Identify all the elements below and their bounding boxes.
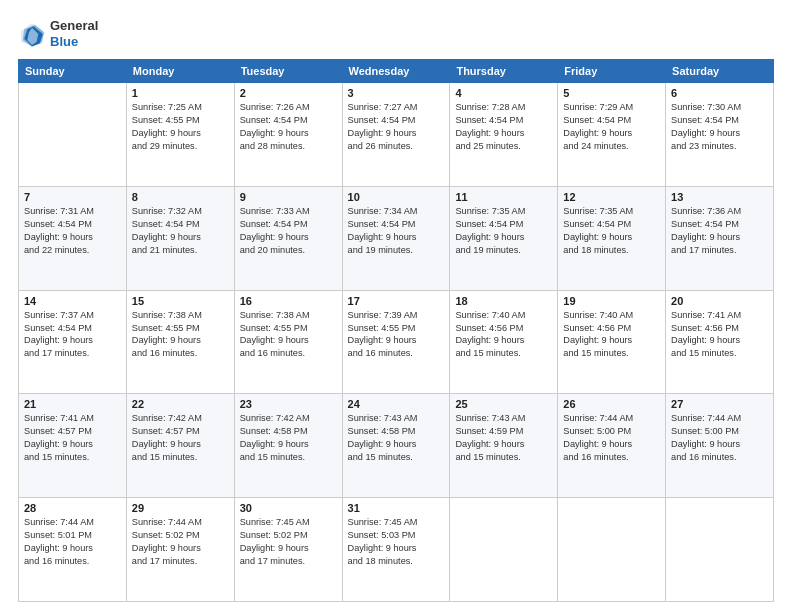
calendar-cell [666, 498, 774, 602]
day-info: Sunrise: 7:31 AMSunset: 4:54 PMDaylight:… [24, 205, 121, 257]
calendar-cell: 4Sunrise: 7:28 AMSunset: 4:54 PMDaylight… [450, 83, 558, 187]
day-number: 11 [455, 191, 552, 203]
calendar-cell: 20Sunrise: 7:41 AMSunset: 4:56 PMDayligh… [666, 290, 774, 394]
calendar-table: SundayMondayTuesdayWednesdayThursdayFrid… [18, 59, 774, 602]
calendar-cell: 15Sunrise: 7:38 AMSunset: 4:55 PMDayligh… [126, 290, 234, 394]
day-number: 1 [132, 87, 229, 99]
day-info: Sunrise: 7:45 AMSunset: 5:03 PMDaylight:… [348, 516, 445, 568]
day-info: Sunrise: 7:29 AMSunset: 4:54 PMDaylight:… [563, 101, 660, 153]
calendar-cell: 18Sunrise: 7:40 AMSunset: 4:56 PMDayligh… [450, 290, 558, 394]
logo-blue: Blue [50, 34, 98, 50]
calendar-cell: 3Sunrise: 7:27 AMSunset: 4:54 PMDaylight… [342, 83, 450, 187]
calendar-cell: 27Sunrise: 7:44 AMSunset: 5:00 PMDayligh… [666, 394, 774, 498]
day-info: Sunrise: 7:44 AMSunset: 5:01 PMDaylight:… [24, 516, 121, 568]
day-number: 16 [240, 295, 337, 307]
day-info: Sunrise: 7:42 AMSunset: 4:57 PMDaylight:… [132, 412, 229, 464]
col-header-friday: Friday [558, 60, 666, 83]
day-info: Sunrise: 7:40 AMSunset: 4:56 PMDaylight:… [563, 309, 660, 361]
calendar-cell: 25Sunrise: 7:43 AMSunset: 4:59 PMDayligh… [450, 394, 558, 498]
calendar-week-row: 7Sunrise: 7:31 AMSunset: 4:54 PMDaylight… [19, 186, 774, 290]
calendar-cell: 11Sunrise: 7:35 AMSunset: 4:54 PMDayligh… [450, 186, 558, 290]
calendar-cell [450, 498, 558, 602]
calendar-cell: 10Sunrise: 7:34 AMSunset: 4:54 PMDayligh… [342, 186, 450, 290]
calendar-cell: 23Sunrise: 7:42 AMSunset: 4:58 PMDayligh… [234, 394, 342, 498]
col-header-thursday: Thursday [450, 60, 558, 83]
day-info: Sunrise: 7:38 AMSunset: 4:55 PMDaylight:… [132, 309, 229, 361]
day-info: Sunrise: 7:42 AMSunset: 4:58 PMDaylight:… [240, 412, 337, 464]
calendar-cell: 26Sunrise: 7:44 AMSunset: 5:00 PMDayligh… [558, 394, 666, 498]
day-number: 6 [671, 87, 768, 99]
logo: General Blue [18, 18, 98, 49]
day-number: 17 [348, 295, 445, 307]
day-info: Sunrise: 7:44 AMSunset: 5:00 PMDaylight:… [563, 412, 660, 464]
day-number: 30 [240, 502, 337, 514]
day-number: 5 [563, 87, 660, 99]
calendar-cell: 30Sunrise: 7:45 AMSunset: 5:02 PMDayligh… [234, 498, 342, 602]
day-info: Sunrise: 7:27 AMSunset: 4:54 PMDaylight:… [348, 101, 445, 153]
day-info: Sunrise: 7:43 AMSunset: 4:58 PMDaylight:… [348, 412, 445, 464]
day-info: Sunrise: 7:33 AMSunset: 4:54 PMDaylight:… [240, 205, 337, 257]
calendar-cell: 28Sunrise: 7:44 AMSunset: 5:01 PMDayligh… [19, 498, 127, 602]
day-number: 8 [132, 191, 229, 203]
col-header-wednesday: Wednesday [342, 60, 450, 83]
calendar-cell: 17Sunrise: 7:39 AMSunset: 4:55 PMDayligh… [342, 290, 450, 394]
calendar-week-row: 1Sunrise: 7:25 AMSunset: 4:55 PMDaylight… [19, 83, 774, 187]
day-info: Sunrise: 7:25 AMSunset: 4:55 PMDaylight:… [132, 101, 229, 153]
logo-general: General [50, 18, 98, 34]
day-number: 27 [671, 398, 768, 410]
day-number: 18 [455, 295, 552, 307]
day-number: 10 [348, 191, 445, 203]
calendar-cell: 31Sunrise: 7:45 AMSunset: 5:03 PMDayligh… [342, 498, 450, 602]
day-info: Sunrise: 7:28 AMSunset: 4:54 PMDaylight:… [455, 101, 552, 153]
calendar-week-row: 14Sunrise: 7:37 AMSunset: 4:54 PMDayligh… [19, 290, 774, 394]
day-number: 19 [563, 295, 660, 307]
calendar-cell: 6Sunrise: 7:30 AMSunset: 4:54 PMDaylight… [666, 83, 774, 187]
day-info: Sunrise: 7:39 AMSunset: 4:55 PMDaylight:… [348, 309, 445, 361]
logo-icon [18, 20, 46, 48]
day-number: 26 [563, 398, 660, 410]
day-info: Sunrise: 7:45 AMSunset: 5:02 PMDaylight:… [240, 516, 337, 568]
col-header-sunday: Sunday [19, 60, 127, 83]
day-info: Sunrise: 7:43 AMSunset: 4:59 PMDaylight:… [455, 412, 552, 464]
calendar-page: General Blue SundayMondayTuesdayWednesda… [0, 0, 792, 612]
day-info: Sunrise: 7:38 AMSunset: 4:55 PMDaylight:… [240, 309, 337, 361]
day-number: 24 [348, 398, 445, 410]
day-number: 9 [240, 191, 337, 203]
calendar-cell: 12Sunrise: 7:35 AMSunset: 4:54 PMDayligh… [558, 186, 666, 290]
day-number: 15 [132, 295, 229, 307]
day-number: 2 [240, 87, 337, 99]
day-info: Sunrise: 7:37 AMSunset: 4:54 PMDaylight:… [24, 309, 121, 361]
calendar-week-row: 21Sunrise: 7:41 AMSunset: 4:57 PMDayligh… [19, 394, 774, 498]
day-number: 12 [563, 191, 660, 203]
day-info: Sunrise: 7:44 AMSunset: 5:00 PMDaylight:… [671, 412, 768, 464]
day-info: Sunrise: 7:41 AMSunset: 4:56 PMDaylight:… [671, 309, 768, 361]
calendar-header-row: SundayMondayTuesdayWednesdayThursdayFrid… [19, 60, 774, 83]
day-number: 14 [24, 295, 121, 307]
calendar-week-row: 28Sunrise: 7:44 AMSunset: 5:01 PMDayligh… [19, 498, 774, 602]
page-header: General Blue [18, 18, 774, 49]
calendar-cell: 19Sunrise: 7:40 AMSunset: 4:56 PMDayligh… [558, 290, 666, 394]
calendar-cell: 13Sunrise: 7:36 AMSunset: 4:54 PMDayligh… [666, 186, 774, 290]
day-number: 25 [455, 398, 552, 410]
day-number: 3 [348, 87, 445, 99]
calendar-cell: 7Sunrise: 7:31 AMSunset: 4:54 PMDaylight… [19, 186, 127, 290]
day-info: Sunrise: 7:35 AMSunset: 4:54 PMDaylight:… [563, 205, 660, 257]
day-number: 21 [24, 398, 121, 410]
calendar-cell: 29Sunrise: 7:44 AMSunset: 5:02 PMDayligh… [126, 498, 234, 602]
day-info: Sunrise: 7:32 AMSunset: 4:54 PMDaylight:… [132, 205, 229, 257]
calendar-cell: 24Sunrise: 7:43 AMSunset: 4:58 PMDayligh… [342, 394, 450, 498]
col-header-tuesday: Tuesday [234, 60, 342, 83]
day-info: Sunrise: 7:36 AMSunset: 4:54 PMDaylight:… [671, 205, 768, 257]
col-header-monday: Monday [126, 60, 234, 83]
day-number: 22 [132, 398, 229, 410]
calendar-cell: 8Sunrise: 7:32 AMSunset: 4:54 PMDaylight… [126, 186, 234, 290]
day-info: Sunrise: 7:35 AMSunset: 4:54 PMDaylight:… [455, 205, 552, 257]
calendar-cell: 5Sunrise: 7:29 AMSunset: 4:54 PMDaylight… [558, 83, 666, 187]
calendar-cell: 22Sunrise: 7:42 AMSunset: 4:57 PMDayligh… [126, 394, 234, 498]
day-info: Sunrise: 7:44 AMSunset: 5:02 PMDaylight:… [132, 516, 229, 568]
day-info: Sunrise: 7:34 AMSunset: 4:54 PMDaylight:… [348, 205, 445, 257]
day-number: 20 [671, 295, 768, 307]
calendar-cell: 14Sunrise: 7:37 AMSunset: 4:54 PMDayligh… [19, 290, 127, 394]
day-number: 13 [671, 191, 768, 203]
day-number: 7 [24, 191, 121, 203]
